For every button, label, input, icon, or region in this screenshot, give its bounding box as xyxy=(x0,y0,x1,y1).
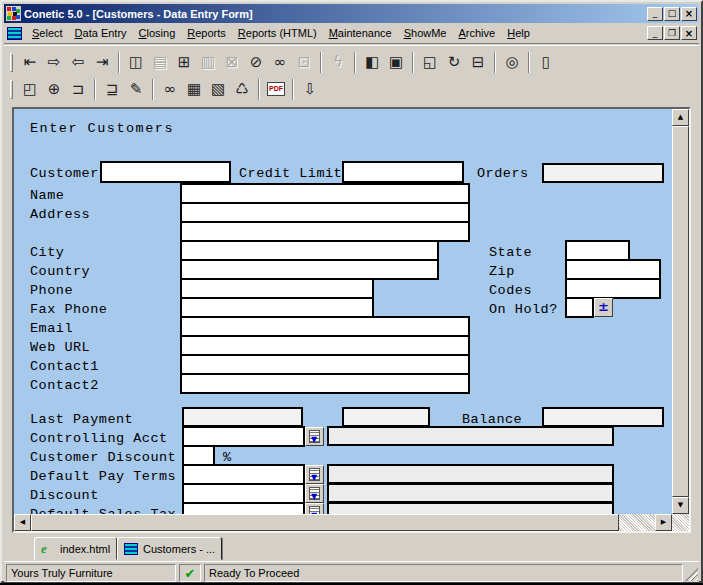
menu-showme[interactable]: ShowMe xyxy=(398,25,453,41)
toolbar-grabber[interactable] xyxy=(10,53,13,72)
print-icon[interactable]: ⊟ xyxy=(466,51,490,74)
zip-input[interactable] xyxy=(565,259,661,280)
menu-archive[interactable]: Archive xyxy=(452,25,501,41)
browser-e-icon: e xyxy=(41,543,55,555)
name-input[interactable] xyxy=(180,183,470,204)
customer-input[interactable] xyxy=(100,161,231,183)
toolbar-row-2: ◰⊕⊐⊒✎∞▦▧♺PDF⇩ xyxy=(4,76,699,103)
discount-lookup-button[interactable]: ▼ xyxy=(305,484,324,503)
minimize-button[interactable]: _ xyxy=(647,7,663,21)
horizontal-scrollbar[interactable]: ◀ ▶ xyxy=(14,514,672,531)
menu-closing[interactable]: Closing xyxy=(133,25,182,41)
last-record-icon[interactable]: ⇥ xyxy=(90,51,114,74)
fax-phone-input[interactable] xyxy=(180,297,374,318)
toolbar-separator xyxy=(94,79,96,100)
mdi-system-menu-icon[interactable] xyxy=(7,27,22,40)
scroll-left-button[interactable]: ◀ xyxy=(14,514,31,531)
customer-label: Customer xyxy=(30,166,99,181)
last-payment-amount-field xyxy=(342,407,430,427)
customer-discount-input[interactable] xyxy=(182,445,215,466)
new-file-icon[interactable]: ◰ xyxy=(18,78,42,101)
city-input[interactable] xyxy=(180,240,439,261)
new-book-icon[interactable]: ⊕ xyxy=(42,78,66,101)
on-hold-spinner-button[interactable]: ± xyxy=(594,298,613,317)
maximize-button[interactable]: □ xyxy=(664,7,680,21)
tab-index-html[interactable]: e index.html xyxy=(34,537,117,560)
records-stack-icon[interactable]: ◎ xyxy=(500,51,524,74)
scroll-up-button[interactable]: ▲ xyxy=(672,109,689,126)
phone-label: Phone xyxy=(30,283,73,298)
form-view-icon[interactable]: ◱ xyxy=(418,51,442,74)
previous-record-icon[interactable]: ⇦ xyxy=(66,51,90,74)
binoculars-icon[interactable]: ∞ xyxy=(158,78,182,101)
toolbar-band: ⇤⇨⇦⇥◫▤⊞▥⊠⊘∞⊡ϟ◧▣◱↻⊟◎▯ ◰⊕⊐⊒✎∞▦▧♺PDF⇩ xyxy=(4,45,699,106)
scroll-right-button[interactable]: ▶ xyxy=(655,514,672,531)
toolbar-row-1: ⇤⇨⇦⇥◫▤⊞▥⊠⊘∞⊡ϟ◧▣◱↻⊟◎▯ xyxy=(4,49,699,76)
default-pay-terms-lookup-button[interactable]: ▼ xyxy=(305,465,324,484)
horizontal-scroll-thumb[interactable] xyxy=(31,514,619,531)
status-bar: Yours Truly Furniture ✔ Ready To Proceed xyxy=(4,561,699,582)
codes-input[interactable] xyxy=(565,278,661,299)
address2-input[interactable] xyxy=(180,221,470,242)
add-record-icon[interactable]: ⊞ xyxy=(172,51,196,74)
last-payment-date-field xyxy=(182,407,303,427)
controlling-acct-description-field xyxy=(327,426,614,446)
copy-icon[interactable]: ◧ xyxy=(360,51,384,74)
find-record-icon[interactable]: ∞ xyxy=(268,51,292,74)
find-in-book-icon[interactable]: ⊒ xyxy=(100,78,124,101)
discount-label: Discount xyxy=(30,488,99,503)
email-input[interactable] xyxy=(180,316,470,337)
discount-input[interactable] xyxy=(182,483,305,504)
mdi-minimize-button[interactable]: _ xyxy=(647,26,663,40)
next-record-icon[interactable]: ⇨ xyxy=(42,51,66,74)
close-button[interactable]: × xyxy=(681,7,697,21)
contact1-input[interactable] xyxy=(180,354,470,375)
country-input[interactable] xyxy=(180,259,439,280)
toolbar-grabber[interactable] xyxy=(10,80,13,99)
mdi-restore-button[interactable]: ❐ xyxy=(664,26,680,40)
default-sales-tax-input[interactable] xyxy=(182,502,305,514)
paste-icon[interactable]: ▣ xyxy=(384,51,408,74)
menu-help[interactable]: Help xyxy=(501,25,536,41)
pdf-icon[interactable]: PDF xyxy=(264,78,288,101)
default-pay-terms-input[interactable] xyxy=(182,464,305,485)
scroll-down-button[interactable]: ▼ xyxy=(672,497,689,514)
refresh-icon[interactable]: ↻ xyxy=(442,51,466,74)
tab-customers[interactable]: Customers - ... xyxy=(117,537,222,560)
default-pay-terms-label: Default Pay Terms xyxy=(30,469,176,484)
exit-icon[interactable]: ▯ xyxy=(534,51,558,74)
status-check-icon: ✔ xyxy=(179,564,201,582)
mdi-close-button[interactable]: × xyxy=(681,26,697,40)
contact2-input[interactable] xyxy=(180,373,470,394)
controlling-acct-input[interactable] xyxy=(182,426,305,447)
state-input[interactable] xyxy=(565,240,630,261)
view-record-icon[interactable]: ◫ xyxy=(124,51,148,74)
image-remove-icon[interactable]: ▧ xyxy=(206,78,230,101)
default-sales-tax-lookup-button[interactable]: ▼ xyxy=(305,503,324,514)
address1-input[interactable] xyxy=(180,202,470,223)
vertical-scroll-thumb[interactable] xyxy=(672,126,689,497)
signature-icon[interactable]: ✎ xyxy=(124,78,148,101)
open-book-icon[interactable]: ⊐ xyxy=(66,78,90,101)
toolbar-separator xyxy=(494,52,496,73)
image-icon[interactable]: ▦ xyxy=(182,78,206,101)
export-icon[interactable]: ⇩ xyxy=(298,78,322,101)
menu-reports-html[interactable]: Reports (HTML) xyxy=(232,25,323,41)
web-url-input[interactable] xyxy=(180,335,470,356)
vertical-scrollbar[interactable]: ▲ ▼ xyxy=(672,109,689,514)
resize-grip[interactable] xyxy=(685,568,698,581)
phone-input[interactable] xyxy=(180,278,374,299)
menu-maintenance[interactable]: Maintenance xyxy=(323,25,398,41)
controlling-acct-lookup-button[interactable]: ▼ xyxy=(305,427,324,446)
contact2-label: Contact2 xyxy=(30,378,99,393)
credit-limit-input[interactable] xyxy=(342,161,464,183)
menu-reports[interactable]: Reports xyxy=(181,25,232,41)
menu-data-entry[interactable]: Data Entry xyxy=(69,25,133,41)
duplicate-record-icon: ▥ xyxy=(196,51,220,74)
menu-select[interactable]: Select xyxy=(26,25,69,41)
on-hold-input[interactable] xyxy=(565,297,594,318)
clear-form-icon[interactable]: ⊘ xyxy=(244,51,268,74)
first-record-icon[interactable]: ⇤ xyxy=(18,51,42,74)
toolbar-separator xyxy=(354,52,356,73)
trash-icon[interactable]: ♺ xyxy=(230,78,254,101)
